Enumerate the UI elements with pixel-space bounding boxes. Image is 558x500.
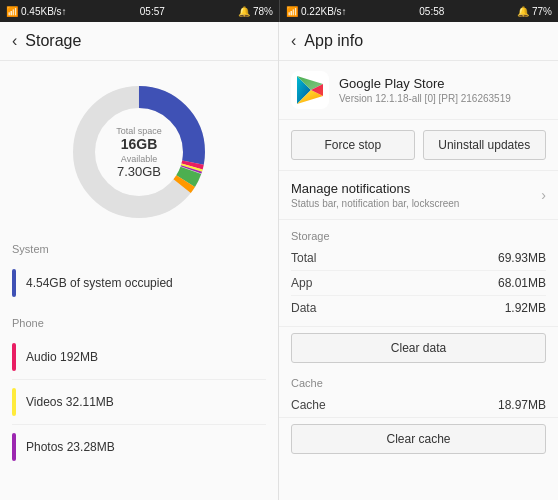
data-row: Data 1.92MB — [291, 296, 546, 320]
storage-info-section: Storage Total 69.93MB App 68.01MB Data 1… — [279, 220, 558, 327]
right-panel: ‹ App info — [279, 22, 558, 500]
videos-color-bar — [12, 388, 16, 416]
photos-item-text: Photos 23.28MB — [26, 440, 115, 454]
app-name: Google Play Store — [339, 76, 511, 91]
data-speed-left: 0.45KB/s↑ — [21, 6, 67, 17]
notif-title: Manage notifications — [291, 181, 459, 196]
app-version: Version 12.1.18-all [0] [PR] 216263519 — [339, 93, 511, 104]
right-status-icons: 📶 0.22KB/s↑ — [286, 6, 347, 17]
clear-data-button[interactable]: Clear data — [291, 333, 546, 363]
system-item-text: 4.54GB of system occupied — [26, 276, 173, 290]
phone-section-title: Phone — [12, 317, 266, 329]
manage-notifications-row[interactable]: Manage notifications Status bar, notific… — [279, 171, 558, 220]
notification-icon-right: 🔔 — [517, 6, 529, 17]
donut-chart: Total space 16GB Available 7.30GB — [64, 77, 214, 227]
storage-title: Storage — [25, 32, 81, 50]
storage-chart-container: Total space 16GB Available 7.30GB — [0, 61, 278, 235]
right-right-icons: 🔔 77% — [517, 6, 552, 17]
total-row: Total 69.93MB — [291, 246, 546, 271]
status-bars: 📶 0.45KB/s↑ 05:57 🔔 78% 📶 0.22KB/s↑ 05:5… — [0, 0, 558, 22]
cache-value: 18.97MB — [498, 398, 546, 412]
videos-item-text: Videos 32.11MB — [26, 395, 114, 409]
app-icon — [291, 71, 329, 109]
app-info-title: App info — [304, 32, 363, 50]
photos-item: Photos 23.28MB — [12, 425, 266, 469]
data-value: 1.92MB — [505, 301, 546, 315]
clear-cache-button[interactable]: Clear cache — [291, 424, 546, 454]
notif-text: Manage notifications Status bar, notific… — [291, 181, 459, 209]
app-details: Google Play Store Version 12.1.18-all [0… — [339, 76, 511, 104]
cache-info-title: Cache — [291, 373, 546, 389]
system-color-bar — [12, 269, 16, 297]
cache-label: Cache — [291, 398, 326, 412]
notification-icon: 🔔 — [238, 6, 250, 17]
app-row: App 68.01MB — [291, 271, 546, 296]
cache-row: Cache 18.97MB — [291, 393, 546, 417]
videos-item: Videos 32.11MB — [12, 380, 266, 425]
left-status-icons: 📶 0.45KB/s↑ — [6, 6, 67, 17]
playstore-icon — [291, 71, 329, 109]
donut-svg — [64, 77, 214, 227]
uninstall-updates-button[interactable]: Uninstall updates — [423, 130, 547, 160]
back-arrow-storage[interactable]: ‹ — [12, 32, 17, 50]
left-status-bar: 📶 0.45KB/s↑ 05:57 🔔 78% — [0, 0, 279, 22]
storage-info-title: Storage — [291, 226, 546, 242]
audio-item-text: Audio 192MB — [26, 350, 98, 364]
right-status-bar: 📶 0.22KB/s↑ 05:58 🔔 77% — [279, 0, 558, 22]
system-item: 4.54GB of system occupied — [12, 261, 266, 305]
chevron-right-icon: › — [541, 187, 546, 203]
main-content: ‹ Storage — [0, 22, 558, 500]
phone-section: Phone Audio 192MB Videos 32.11MB Photos … — [0, 309, 278, 473]
signal-icon: 📶 — [6, 6, 18, 17]
total-value: 69.93MB — [498, 251, 546, 265]
data-speed-right: 0.22KB/s↑ — [301, 6, 347, 17]
back-arrow-appinfo[interactable]: ‹ — [291, 32, 296, 50]
action-buttons: Force stop Uninstall updates — [279, 120, 558, 171]
left-panel-header: ‹ Storage — [0, 22, 278, 61]
system-section: System 4.54GB of system occupied — [0, 235, 278, 309]
force-stop-button[interactable]: Force stop — [291, 130, 415, 160]
audio-color-bar — [12, 343, 16, 371]
signal-icon-right: 📶 — [286, 6, 298, 17]
data-label: Data — [291, 301, 316, 315]
battery-right: 77% — [532, 6, 552, 17]
battery-left: 78% — [253, 6, 273, 17]
audio-item: Audio 192MB — [12, 335, 266, 380]
app-header: Google Play Store Version 12.1.18-all [0… — [279, 61, 558, 120]
total-label: Total — [291, 251, 316, 265]
app-value: 68.01MB — [498, 276, 546, 290]
time-right: 05:58 — [419, 6, 444, 17]
app-label: App — [291, 276, 312, 290]
cache-info-section: Cache Cache 18.97MB — [279, 369, 558, 418]
left-right-icons: 🔔 78% — [238, 6, 273, 17]
left-panel: ‹ Storage — [0, 22, 279, 500]
photos-color-bar — [12, 433, 16, 461]
system-section-title: System — [12, 243, 266, 255]
time-left: 05:57 — [140, 6, 165, 17]
notif-subtitle: Status bar, notification bar, lockscreen — [291, 198, 459, 209]
right-panel-header: ‹ App info — [279, 22, 558, 61]
